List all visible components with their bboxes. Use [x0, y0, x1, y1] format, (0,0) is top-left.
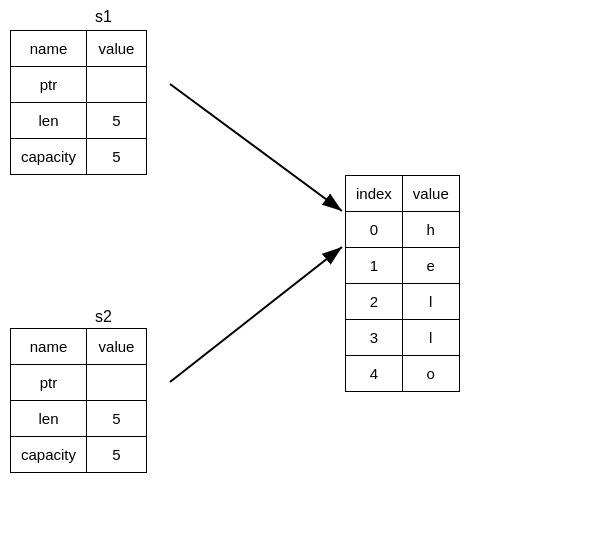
- s2-table: name value ptr len 5 capacity 5: [10, 328, 147, 473]
- s1-capacity-value: 5: [87, 139, 147, 175]
- array-header-index: index: [346, 176, 403, 212]
- s2-ptr-value: [87, 365, 147, 401]
- array-row-1-value: e: [402, 248, 459, 284]
- array-header-value: value: [402, 176, 459, 212]
- s2-ptr-name: ptr: [11, 365, 87, 401]
- s1-header-value: value: [87, 31, 147, 67]
- array-row-2-index: 2: [346, 284, 403, 320]
- s1-label: s1: [95, 8, 112, 26]
- s1-table: name value ptr len 5 capacity 5: [10, 30, 147, 175]
- s2-len-name: len: [11, 401, 87, 437]
- array-row-0-value: h: [402, 212, 459, 248]
- s1-ptr-value: [87, 67, 147, 103]
- array-row-2-value: l: [402, 284, 459, 320]
- s1-ptr-arrow: [170, 84, 342, 211]
- s2-header-value: value: [87, 329, 147, 365]
- array-table: index value 0 h 1 e 2 l 3 l 4 o: [345, 175, 460, 392]
- s1-len-value: 5: [87, 103, 147, 139]
- s1-header-name: name: [11, 31, 87, 67]
- array-row-0-index: 0: [346, 212, 403, 248]
- array-row-1-index: 1: [346, 248, 403, 284]
- array-row-3-value: l: [402, 320, 459, 356]
- s2-header-name: name: [11, 329, 87, 365]
- s1-len-name: len: [11, 103, 87, 139]
- diagram-container: s1 name value ptr len 5 capacity 5 s2 na…: [0, 0, 589, 560]
- s2-capacity-name: capacity: [11, 437, 87, 473]
- s2-ptr-arrow: [170, 247, 342, 382]
- array-row-4-value: o: [402, 356, 459, 392]
- s2-len-value: 5: [87, 401, 147, 437]
- s1-capacity-name: capacity: [11, 139, 87, 175]
- s2-capacity-value: 5: [87, 437, 147, 473]
- array-row-3-index: 3: [346, 320, 403, 356]
- array-row-4-index: 4: [346, 356, 403, 392]
- s2-label: s2: [95, 308, 112, 326]
- s1-ptr-name: ptr: [11, 67, 87, 103]
